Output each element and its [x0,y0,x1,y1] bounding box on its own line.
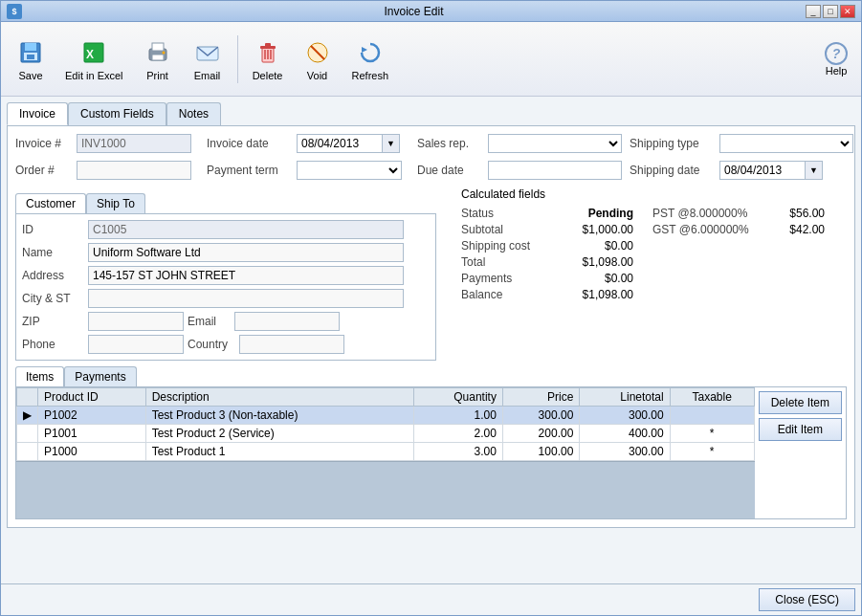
edit-excel-label: Edit in Excel [65,70,123,81]
shipping-cost-label: Shipping cost [461,239,557,253]
pst-label: PST @8.000000% [652,207,767,220]
close-window-button[interactable]: ✕ [840,5,855,18]
shipping-cost-row: Shipping cost $0.00 [461,239,847,253]
row-description: Test Product 3 (Non-taxable) [145,407,413,425]
status-row: Status Pending PST @8.000000% $56.00 [461,207,847,220]
col-price: Price [502,388,579,407]
print-button[interactable]: Print [134,33,182,86]
items-tab-bar: Items Payments [15,366,847,386]
toolbar-separator [237,35,238,83]
close-button[interactable]: Close (ESC) [759,588,855,611]
shipping-date-picker[interactable]: ▼ [806,161,823,180]
col-description: Description [145,388,413,407]
help-label: Help [826,65,848,77]
gst-value: $42.00 [767,223,825,236]
customer-email-input[interactable] [234,312,340,331]
save-button[interactable]: Save [7,33,55,86]
window-title: Invoice Edit [22,5,806,18]
payment-term-select[interactable] [297,161,402,180]
tab-ship-to[interactable]: Ship To [86,193,145,213]
total-label: Total [461,255,557,269]
delete-item-button[interactable]: Delete Item [759,391,842,414]
order-num-input[interactable] [77,161,191,180]
shipping-date-input[interactable] [719,161,806,180]
customer-panel: ID Name Address City & ST [15,213,436,361]
customer-id-input[interactable] [88,220,404,239]
items-panel: Product ID Description Quantity Price Li… [15,386,847,519]
total-row: Total $1,098.00 [461,255,847,269]
svg-rect-7 [152,43,164,51]
payments-label: Payments [461,272,557,285]
delete-icon [253,37,283,68]
shipping-cost-value: $0.00 [557,239,633,253]
items-table-container: Product ID Description Quantity Price Li… [16,387,755,518]
customer-id-row: ID [22,220,430,239]
customer-address-label: Address [22,269,84,282]
shipping-type-select[interactable] [719,134,853,153]
save-icon [15,37,46,68]
delete-label: Delete [253,70,283,81]
table-row[interactable]: ▶ P1002 Test Product 3 (Non-taxable) 1.0… [17,407,755,425]
items-footer [16,461,755,518]
help-icon: ? [825,42,848,65]
due-date-input[interactable] [488,161,622,180]
invoice-date-input[interactable] [297,134,383,153]
customer-city-input[interactable] [88,289,404,308]
row-product-id: P1002 [38,407,146,425]
row-description: Test Product 1 [145,443,413,461]
customer-zip-row: ZIP [22,312,184,331]
table-row[interactable]: P1000 Test Product 1 3.00 100.00 300.00 … [17,443,755,461]
customer-phone-input[interactable] [88,335,184,354]
payments-value: $0.00 [557,272,633,285]
customer-address-input[interactable] [88,266,404,285]
total-value: $1,098.00 [557,255,633,269]
delete-button[interactable]: Delete [244,33,292,86]
title-bar: $ Invoice Edit _ □ ✕ [1,1,861,22]
email-icon [192,37,223,68]
minimize-button[interactable]: _ [806,5,821,18]
email-button[interactable]: Email [184,33,232,86]
row-quantity: 3.00 [413,443,502,461]
sales-rep-row: Sales rep. [417,134,622,153]
tab-customer[interactable]: Customer [15,193,86,213]
customer-tab-bar: Customer Ship To [15,193,446,213]
table-row[interactable]: P1001 Test Product 2 (Service) 2.00 200.… [17,425,755,443]
tab-invoice[interactable]: Invoice [7,102,68,125]
shipping-date-label: Shipping date [630,164,716,177]
customer-zip-input[interactable] [88,312,184,331]
invoice-date-picker[interactable]: ▼ [383,134,400,153]
items-section: Items Payments Product ID Descriptio [15,366,847,519]
svg-rect-13 [265,43,271,47]
tab-custom-fields[interactable]: Custom Fields [68,102,166,125]
help-button[interactable]: ? Help [817,38,855,80]
edit-excel-button[interactable]: X Edit in Excel [56,33,132,86]
customer-city-row: City & ST [22,289,430,308]
invoice-date-container: ▼ [297,134,400,153]
items-table: Product ID Description Quantity Price Li… [16,387,755,461]
table-header-row: Product ID Description Quantity Price Li… [17,388,755,407]
maximize-button[interactable]: □ [823,5,838,18]
save-label: Save [18,70,42,81]
sales-rep-select[interactable] [488,134,622,153]
void-button[interactable]: Void [294,33,342,86]
gst-label: GST @6.000000% [652,223,767,236]
row-quantity: 2.00 [413,425,502,443]
tab-payments[interactable]: Payments [64,366,136,386]
row-arrow [17,425,38,443]
order-num-row: Order # [15,161,191,180]
due-date-row: Due date [417,161,622,180]
tab-items[interactable]: Items [15,366,64,386]
refresh-button[interactable]: Refresh [343,33,398,86]
tab-notes[interactable]: Notes [166,102,221,125]
customer-zip-label: ZIP [22,315,84,328]
customer-name-input[interactable] [88,243,404,262]
row-linetotal: 300.00 [580,443,670,461]
row-description: Test Product 2 (Service) [145,425,413,443]
content-area: Invoice Custom Fields Notes Invoice # Or… [1,97,861,583]
customer-country-input[interactable] [239,335,344,354]
row-arrow: ▶ [17,407,38,425]
row-taxable: * [670,425,754,443]
invoice-num-input[interactable] [77,134,191,153]
shipping-type-label: Shipping type [630,137,716,150]
edit-item-button[interactable]: Edit Item [759,418,842,441]
